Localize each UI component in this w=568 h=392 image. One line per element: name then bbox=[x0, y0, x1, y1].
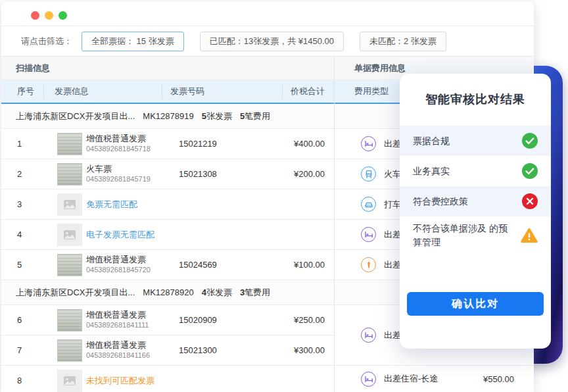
invoice-amount: ¥400.00 bbox=[282, 139, 334, 149]
invoice-amount: ¥250.00 bbox=[282, 315, 334, 325]
bed-icon bbox=[361, 136, 376, 151]
table-row[interactable]: 7 增值税普通发票 0453892681841166 15021300 ¥300… bbox=[1, 335, 334, 366]
row-index: 1 bbox=[1, 139, 41, 149]
invoice-type: 增值税普通发票 bbox=[86, 310, 171, 320]
modal-title: 智能审核比对结果 bbox=[400, 91, 551, 107]
table-row[interactable]: 4 电子发票无需匹配 bbox=[1, 220, 334, 250]
invoice-number: 15024569 bbox=[171, 260, 282, 270]
audit-result-modal: 智能审核比对结果 票据合规 业务真实 符合费控政策 不 bbox=[400, 74, 551, 349]
filter-all-invoices-button[interactable]: 全部票据： 15 张发票 bbox=[82, 32, 184, 51]
group-code: MK12878920 bbox=[143, 287, 193, 297]
scan-panel-title: 扫描信息 bbox=[1, 57, 334, 80]
check-item: 不符合该单据涉及 的预算管理 bbox=[400, 216, 551, 255]
filter-bar-label: 请点击筛选： bbox=[21, 36, 72, 47]
check-label: 票据合规 bbox=[413, 134, 450, 148]
invoice-code: 0453892681845720 bbox=[86, 265, 171, 275]
check-item: 业务真实 bbox=[400, 156, 551, 186]
car-icon bbox=[361, 197, 376, 212]
bed-icon bbox=[361, 372, 376, 387]
invoice-amount: ¥200.00 bbox=[282, 169, 334, 179]
group-project-name: 上海浦东新区DCX开发项目出... bbox=[16, 287, 135, 299]
confirm-comparison-button[interactable]: 确认比对 bbox=[407, 292, 544, 316]
group-invoice-unit: 张发票 bbox=[206, 287, 232, 297]
group-project-name: 上海浦东新区DCX开发项目出... bbox=[16, 110, 135, 122]
invoice-number: 15021308 bbox=[171, 169, 282, 179]
bed-icon bbox=[361, 328, 376, 343]
row-index: 6 bbox=[1, 315, 41, 325]
maximize-window-button[interactable] bbox=[59, 11, 67, 20]
invoice-type: 增值税普通发票 bbox=[86, 134, 171, 144]
match-status-text: 电子发票无需匹配 bbox=[86, 229, 154, 241]
invoice-type: 增值税普通发票 bbox=[86, 340, 171, 351]
column-header-invoice-info: 发票信息 bbox=[44, 84, 162, 99]
row-index: 8 bbox=[1, 376, 41, 385]
invoice-amount: ¥100.00 bbox=[282, 260, 334, 270]
check-pass-icon bbox=[522, 133, 538, 149]
row-index: 2 bbox=[1, 169, 41, 179]
column-header-total: 价税合计 bbox=[283, 84, 334, 99]
column-header-expense-type: 费用类型 bbox=[335, 84, 389, 99]
match-status-text: 未找到可匹配发票 bbox=[86, 375, 154, 387]
group-expense-unit: 笔费用 bbox=[245, 287, 270, 297]
invoice-thumbnail[interactable] bbox=[57, 133, 82, 155]
invoice-thumbnail[interactable] bbox=[57, 309, 82, 331]
match-status-text: 免票无需匹配 bbox=[86, 199, 137, 210]
check-pass-icon bbox=[522, 163, 538, 179]
table-row[interactable]: 8 未找到可匹配发票 bbox=[1, 366, 334, 392]
image-placeholder-icon bbox=[57, 370, 82, 392]
invoice-code: 0453892681845718 bbox=[86, 144, 171, 154]
check-item: 票据合规 bbox=[400, 126, 551, 156]
invoice-code: 0453892681841166 bbox=[86, 351, 171, 360]
table-row[interactable]: 3 免票无需匹配 bbox=[1, 189, 334, 220]
group-header[interactable]: 上海浦东新区DCX开发项目出... MK12878920 4张发票 3笔费用 bbox=[1, 280, 334, 305]
row-index: 7 bbox=[1, 345, 41, 355]
warning-triangle-icon bbox=[521, 228, 538, 243]
group-expense-unit: 笔费用 bbox=[245, 111, 270, 121]
group-code: MK12878919 bbox=[143, 111, 193, 121]
row-index: 5 bbox=[1, 260, 41, 270]
invoice-type: 火车票 bbox=[86, 164, 171, 174]
table-row[interactable]: 2 火车票 0453892681845719 15021308 ¥200.00 bbox=[1, 159, 334, 189]
column-header-invoice-number: 发票号码 bbox=[162, 84, 283, 99]
row-index: 3 bbox=[1, 199, 41, 209]
filter-matched-button[interactable]: 已匹配：13张发票，共 ¥1450.00 bbox=[200, 32, 344, 51]
expense-amount: ¥550.00 bbox=[483, 374, 514, 384]
check-label: 业务真实 bbox=[413, 164, 450, 178]
filter-unmatched-button[interactable]: 未匹配：2 张发票 bbox=[360, 32, 446, 51]
invoice-number: 15020909 bbox=[171, 315, 282, 325]
page: 请点击筛选： 全部票据： 15 张发票 已匹配：13张发票，共 ¥1450.00… bbox=[0, 0, 568, 392]
invoice-thumbnail[interactable] bbox=[57, 254, 82, 276]
group-invoice-count: 5 bbox=[202, 111, 206, 121]
bed-icon bbox=[361, 227, 376, 242]
column-header-no: 序号 bbox=[1, 84, 44, 99]
group-invoice-unit: 张发票 bbox=[206, 111, 232, 121]
check-label: 不符合该单据涉及 的预算管理 bbox=[413, 222, 511, 249]
invoice-amount: ¥300.00 bbox=[282, 345, 334, 355]
invoice-code: 0453892681845719 bbox=[86, 174, 171, 184]
window-titlebar bbox=[1, 1, 534, 26]
minimize-window-button[interactable] bbox=[45, 11, 53, 20]
row-index: 4 bbox=[1, 230, 41, 239]
group-invoice-count: 4 bbox=[202, 287, 206, 297]
tie-icon bbox=[361, 257, 376, 272]
invoice-number: 15021219 bbox=[171, 139, 282, 149]
image-placeholder-icon bbox=[57, 224, 82, 246]
expense-row[interactable]: 出差住宿-长途 ¥550.00 bbox=[335, 366, 533, 392]
invoice-thumbnail[interactable] bbox=[57, 163, 82, 185]
check-fail-icon bbox=[522, 193, 538, 209]
table-row[interactable]: 1 增值税普通发票 0453892681845718 15021219 ¥400… bbox=[1, 129, 334, 159]
invoice-number: 15021300 bbox=[171, 345, 282, 355]
invoice-thumbnail[interactable] bbox=[57, 339, 82, 362]
scan-info-panel: 扫描信息 序号 发票信息 发票号码 价税合计 上海浦东新区DCX开发项目出...… bbox=[1, 57, 334, 392]
table-row[interactable]: 5 增值税普通发票 0453892681845720 15024569 ¥100… bbox=[1, 250, 334, 280]
group-header[interactable]: 上海浦东新区DCX开发项目出... MK12878919 5张发票 5笔费用 bbox=[1, 104, 334, 129]
invoice-type: 增值税普通发票 bbox=[86, 255, 171, 265]
expense-type-label: 出差住宿-长途 bbox=[384, 373, 438, 385]
filter-bar: 请点击筛选： 全部票据： 15 张发票 已匹配：13张发票，共 ¥1450.00… bbox=[1, 26, 534, 57]
check-label: 符合费控政策 bbox=[413, 195, 468, 208]
invoice-code: 0453892681841111 bbox=[86, 320, 171, 330]
table-row[interactable]: 6 增值税普通发票 0453892681841111 15020909 ¥250… bbox=[1, 305, 334, 335]
scan-table-header: 序号 发票信息 发票号码 价税合计 bbox=[1, 80, 334, 104]
image-placeholder-icon bbox=[57, 193, 82, 216]
close-window-button[interactable] bbox=[31, 11, 39, 20]
